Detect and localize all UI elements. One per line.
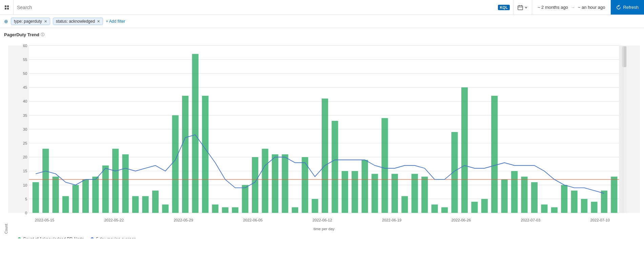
bar-2 [53,177,59,213]
bar-21 [242,185,248,213]
svg-text:45: 45 [23,85,27,89]
legend-item-green: Count of Acknowledged PD Alerts [18,237,84,238]
bar-20 [232,207,238,213]
svg-text:2022-07-03: 2022-07-03 [521,218,541,222]
svg-text:25: 25 [23,141,27,145]
svg-text:5: 5 [25,197,27,201]
chevron-down-icon [524,6,528,9]
bar-34 [371,174,378,213]
bar-37 [401,196,408,213]
svg-text:15: 15 [23,169,27,173]
bar-12 [152,191,159,213]
svg-rect-3 [7,8,9,9]
kql-badge[interactable]: KQL [498,5,510,10]
svg-text:60: 60 [23,44,27,48]
nav-dropdown[interactable] [0,0,14,15]
legend-item-blue: 5 day moving average [90,237,136,238]
svg-rect-49 [619,46,624,213]
bar-32 [351,171,358,213]
info-icon[interactable]: ⓘ [41,32,44,37]
bar-50 [531,182,538,213]
svg-text:20: 20 [23,155,27,159]
bar-40 [431,204,438,213]
filter-icon[interactable]: ⊕ [4,19,8,24]
bar-47 [501,179,508,213]
search-area[interactable]: KQL [14,0,514,15]
svg-rect-2 [5,8,6,9]
refresh-icon [616,5,621,10]
bar-31 [342,171,348,213]
bar-45 [481,199,488,213]
bar-28 [312,199,318,213]
filter-tag-type-close[interactable]: ✕ [44,19,47,24]
filter-tag-type-label: type: pagerduty [14,19,42,24]
chart-legend: Count of Acknowledged PD Alerts 5 day mo… [4,234,640,238]
calendar-icon [518,5,523,10]
chart-title-text: PagerDuty Trend [4,32,39,37]
svg-text:40: 40 [23,99,27,103]
bar-46 [491,96,498,213]
bar-24 [272,154,278,213]
bar-11 [142,196,148,213]
svg-text:2022-06-26: 2022-06-26 [451,218,471,222]
svg-text:2022-06-19: 2022-06-19 [382,218,402,222]
svg-text:10: 10 [23,183,27,187]
filter-tag-status[interactable]: status: acknowledged ✕ [53,18,103,25]
bar-4 [72,185,79,213]
filter-tag-status-label: status: acknowledged [56,19,95,24]
chart-title: PagerDuty Trend ⓘ [4,32,640,37]
bar-51 [541,204,547,213]
svg-rect-1 [7,5,9,7]
bar-5 [82,179,89,213]
bar-19 [222,207,228,213]
bar-56 [591,202,597,213]
search-input[interactable] [17,5,498,10]
calendar-button[interactable] [514,0,532,15]
chart-container: PagerDuty Trend ⓘ Count [0,28,644,238]
refresh-label: Refresh [623,5,639,10]
chart-svg-area: 60 55 50 45 40 35 30 25 20 15 10 5 0 [8,39,640,234]
bar-6 [92,177,99,213]
moving-avg-line [36,135,604,193]
refresh-button[interactable]: Refresh [611,0,644,15]
filter-bar: ⊕ type: pagerduty ✕ status: acknowledged… [0,15,644,28]
bar-33 [362,160,368,213]
time-from: ~ 2 months ago [538,5,568,10]
bar-22 [252,157,258,213]
add-filter-button[interactable]: + Add filter [106,19,125,24]
svg-text:55: 55 [23,58,27,62]
svg-text:2022-06-05: 2022-06-05 [243,218,263,222]
bar-9 [122,154,129,213]
svg-text:2022-05-22: 2022-05-22 [104,218,124,222]
bar-23 [262,149,268,213]
bar-7 [102,166,109,213]
bar-10 [132,196,139,213]
filter-tag-type[interactable]: type: pagerduty ✕ [11,18,50,25]
svg-rect-4 [518,6,523,10]
svg-text:2022-05-29: 2022-05-29 [174,218,193,222]
bar-42 [451,132,458,213]
bar-58 [611,177,617,213]
bar-35 [382,118,388,213]
bar-30 [331,121,338,213]
bar-29 [322,99,328,213]
chart-wrapper: Count [4,39,640,234]
svg-text:2022-07-10: 2022-07-10 [590,218,610,222]
svg-text:35: 35 [23,113,27,117]
legend-green-label: Count of Acknowledged PD Alerts [23,237,84,238]
time-to: ~ an hour ago [578,5,605,10]
filter-tag-status-close[interactable]: ✕ [97,19,100,24]
bar-36 [391,174,398,213]
svg-rect-0 [5,5,6,7]
bar-1 [42,149,49,213]
svg-text:2022-05-15: 2022-05-15 [35,218,55,222]
legend-green-dot [18,237,21,238]
bar-54 [571,191,578,213]
bar-17 [202,96,208,213]
bar-15 [182,96,188,213]
bar-57 [601,191,607,213]
bar-3 [62,196,69,213]
bar-43 [461,87,468,213]
time-range: ~ 2 months ago → ~ an hour ago [532,0,611,15]
bar-0 [33,182,39,213]
